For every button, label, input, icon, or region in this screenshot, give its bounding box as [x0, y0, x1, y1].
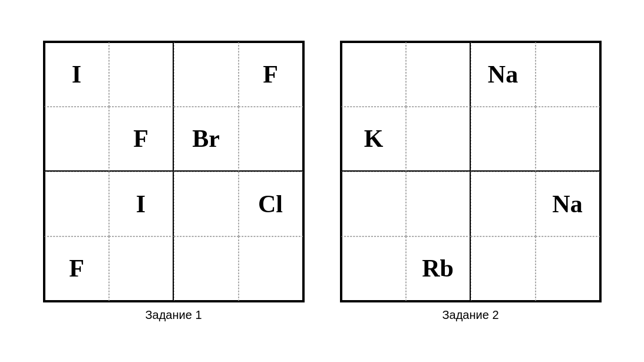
grid-cell	[406, 42, 471, 107]
grid-cell	[536, 107, 600, 172]
puzzle2-label: Задание 2	[442, 308, 498, 322]
grid-cell	[109, 42, 174, 107]
grid-cell: F	[239, 42, 303, 107]
grid-cell	[174, 172, 239, 236]
grid-cell	[174, 42, 239, 107]
grid-cell	[44, 172, 109, 236]
grid-cell	[341, 42, 406, 107]
puzzle2-grid: NaKNaRb	[340, 41, 602, 302]
grid-cell: Cl	[239, 172, 303, 236]
grid-cell	[536, 42, 600, 107]
grid-cell	[44, 107, 109, 172]
puzzle2-wrapper: NaKNaRb Задание 2	[340, 41, 602, 322]
grid-cell: Br	[174, 107, 239, 172]
grid-cell: I	[44, 42, 109, 107]
grid-cell	[239, 236, 303, 301]
grid-cell	[536, 236, 600, 301]
grid-cell: Na	[536, 172, 600, 236]
puzzle1-grid: IFFBrIClF	[43, 41, 305, 302]
grid-cell	[174, 236, 239, 301]
grid-cell	[471, 107, 536, 172]
grid-cell	[341, 236, 406, 301]
grid-cell	[471, 172, 536, 236]
grid-cell	[109, 236, 174, 301]
grid-cell: I	[109, 172, 174, 236]
grid-cell	[406, 107, 471, 172]
puzzle1-label: Задание 1	[145, 308, 202, 322]
puzzle1-wrapper: IFFBrIClF Задание 1	[43, 41, 305, 322]
grid-cell	[406, 172, 471, 236]
grid-cell: F	[44, 236, 109, 301]
grid-cell	[341, 172, 406, 236]
grid-cell: K	[341, 107, 406, 172]
grid-cell: Rb	[406, 236, 471, 301]
grid-cell: F	[109, 107, 174, 172]
grid-cell	[471, 236, 536, 301]
puzzles-container: IFFBrIClF Задание 1 NaKNaRb Задание 2	[43, 41, 602, 322]
grid-cell	[239, 107, 303, 172]
grid-cell: Na	[471, 42, 536, 107]
